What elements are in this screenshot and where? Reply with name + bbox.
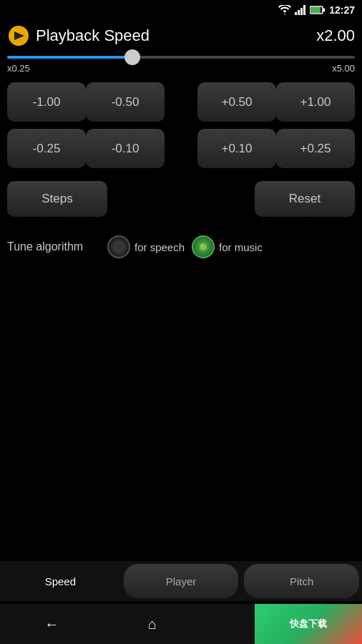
battery-icon (310, 6, 326, 14)
svg-rect-6 (310, 7, 321, 13)
tune-row: Tune algorithm for speech for music (0, 230, 362, 264)
tab-player[interactable]: Player (124, 564, 239, 598)
tune-algorithm-label: Tune algorithm (7, 240, 100, 253)
speed-btn-minus-50[interactable]: -0.50 (86, 82, 165, 122)
svg-rect-2 (300, 8, 303, 15)
page-title: Playback Speed (36, 26, 150, 45)
btn-spacer-1 (165, 82, 197, 122)
app-header: Playback Speed x2.00 (0, 20, 362, 52)
sys-nav: ← ⌂ 快盘下载 (0, 604, 362, 644)
status-time: 12:27 (329, 4, 355, 16)
radio-circle-speech[interactable] (107, 235, 130, 258)
svg-rect-5 (323, 9, 325, 12)
svg-rect-1 (298, 10, 300, 15)
speed-btn-minus-100[interactable]: -1.00 (7, 82, 86, 122)
action-row: Steps Reset (0, 181, 362, 217)
tab-pitch[interactable]: Pitch (244, 564, 359, 598)
watermark: 快盘下载 (255, 604, 362, 644)
svg-rect-3 (303, 5, 305, 15)
steps-button[interactable]: Steps (7, 181, 107, 217)
slider-min-label: x0.25 (7, 63, 30, 74)
signal-icon (295, 5, 306, 15)
speed-value-display: x2.00 (316, 26, 355, 45)
wifi-icon (278, 5, 291, 15)
speed-btn-plus-25[interactable]: +0.25 (276, 129, 355, 168)
speed-btn-row-1: -1.00 -0.50 +0.50 +1.00 (7, 82, 355, 122)
bottom-nav: Speed Player Pitch (0, 561, 362, 601)
radio-label-music: for music (219, 241, 263, 253)
slider-area[interactable]: x0.25 x5.00 (0, 52, 362, 77)
speed-btn-minus-10[interactable]: -0.10 (86, 129, 165, 168)
slider-fill (7, 56, 132, 59)
tab-speed[interactable]: Speed (3, 564, 118, 598)
slider-max-label: x5.00 (332, 63, 355, 74)
home-button[interactable]: ⌂ (148, 616, 157, 633)
radio-for-music[interactable]: for music (192, 235, 263, 258)
radio-circle-music[interactable] (192, 235, 215, 258)
speed-btn-plus-100[interactable]: +1.00 (276, 82, 355, 122)
radio-label-speech: for speech (134, 241, 185, 253)
header-left: Playback Speed (7, 24, 150, 47)
svg-rect-0 (295, 12, 297, 15)
speed-btn-row-2: -0.25 -0.10 +0.10 +0.25 (7, 129, 355, 168)
back-button[interactable]: ← (44, 616, 59, 633)
speed-btn-minus-25[interactable]: -0.25 (7, 129, 86, 168)
speed-btn-plus-50[interactable]: +0.50 (197, 82, 276, 122)
speed-buttons: -1.00 -0.50 +0.50 +1.00 -0.25 -0.10 +0.1… (0, 77, 362, 181)
radio-for-speech[interactable]: for speech (107, 235, 185, 258)
slider-labels: x0.25 x5.00 (7, 63, 355, 74)
app-icon (7, 24, 30, 47)
slider-track[interactable] (7, 56, 355, 59)
slider-thumb[interactable] (124, 49, 140, 65)
btn-spacer-2 (165, 129, 197, 168)
speed-btn-plus-10[interactable]: +0.10 (197, 129, 276, 168)
status-bar: 12:27 (0, 0, 362, 20)
reset-button[interactable]: Reset (255, 181, 355, 217)
status-icons: 12:27 (278, 4, 355, 16)
